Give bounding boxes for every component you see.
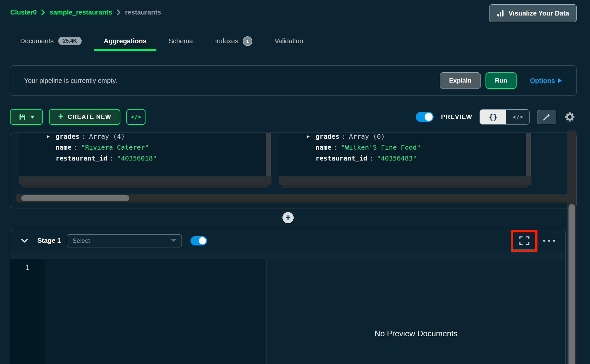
caret-right-icon — [558, 78, 562, 83]
field-value: "Riviera Caterer" — [81, 143, 149, 151]
field-colon: : — [82, 132, 86, 140]
gear-icon — [565, 112, 575, 122]
tab-aggregations[interactable]: Aggregations — [94, 32, 156, 50]
card-vertical-scrollbar[interactable] — [526, 132, 531, 176]
breadcrumb-collection: restaurants — [125, 9, 161, 16]
field-colon: : — [342, 132, 346, 140]
ai-wand-button[interactable] — [537, 110, 556, 124]
caret-down-icon — [30, 116, 35, 119]
explain-button[interactable]: Explain — [440, 72, 481, 89]
field-key: grades — [56, 132, 79, 140]
stage-header: Stage 1 Select — [10, 229, 565, 252]
field-colon: : — [110, 154, 114, 162]
tab-label: Aggregations — [104, 37, 147, 45]
braces-icon: {} — [489, 113, 497, 121]
output-view-segmented-control: {} </> — [480, 109, 530, 125]
tab-label: Documents — [20, 37, 54, 45]
expand-arrow-icon[interactable]: ▸ — [47, 133, 50, 139]
no-preview-message: No Preview Documents — [375, 329, 458, 338]
pipeline-as-text-button[interactable]: </> — [126, 109, 146, 125]
breadcrumb-cluster[interactable]: Cluster0 — [10, 9, 37, 16]
field-key: name — [56, 143, 71, 151]
line-number: 1 — [25, 264, 29, 272]
save-icon — [19, 113, 26, 121]
highlight-annotation-box — [511, 230, 537, 252]
field-value: "Wilken'S Fine Food" — [341, 143, 421, 151]
preview-toggle[interactable] — [416, 112, 434, 122]
save-pipeline-button[interactable] — [10, 109, 43, 125]
options-toggle[interactable]: Options — [530, 77, 562, 85]
document-field-row: name : "Riviera Caterer" — [19, 142, 272, 153]
collection-tabs: Documents 25.4K Aggregations Schema Inde… — [10, 32, 313, 50]
pipeline-empty-message: Your pipeline is currently empty. — [24, 77, 117, 85]
vertical-scrollbar-thumb[interactable] — [569, 204, 575, 364]
field-value: "40356018" — [117, 154, 157, 162]
indexes-count-badge: 1 — [243, 36, 252, 46]
document-field-row: restaurant_id : "40356483" — [279, 153, 531, 164]
pipeline-toolbar: + CREATE NEW </> PREVIEW {} </> — [10, 109, 577, 125]
expand-arrow-icon[interactable]: ▸ — [307, 133, 310, 139]
tab-documents[interactable]: Documents 25.4K — [10, 32, 92, 50]
tab-schema[interactable]: Schema — [159, 32, 203, 50]
create-new-button[interactable]: + CREATE NEW — [49, 109, 120, 125]
run-button[interactable]: Run — [485, 72, 517, 89]
field-value: Array (6) — [349, 132, 385, 140]
document-card-body: ▸ grades : Array (4) name : "Riviera Cat… — [19, 132, 272, 176]
documents-count-badge: 25.4K — [58, 37, 82, 45]
collapse-chevron-icon[interactable] — [21, 238, 28, 243]
document-stack-shadow — [282, 185, 528, 188]
stage-editor-top-strip — [10, 252, 565, 259]
horizontal-scrollbar[interactable] — [16, 194, 572, 202]
breadcrumb-database[interactable]: sample_restaurants — [50, 9, 112, 16]
card-vertical-scrollbar[interactable] — [266, 132, 271, 176]
chevron-right-icon — [116, 9, 121, 16]
horizontal-scrollbar-thumb[interactable] — [21, 195, 129, 201]
tab-validation[interactable]: Validation — [265, 32, 313, 50]
text-view-button[interactable]: </> — [506, 109, 529, 125]
documents-preview-panel: ▸ grades : Array (4) name : "Riviera Cat… — [10, 132, 577, 208]
document-card: ▸ grades : Array (6) name : "Wilken'S Fi… — [279, 132, 531, 188]
options-label: Options — [530, 77, 555, 85]
stage-more-options-button[interactable]: ••• — [542, 237, 557, 244]
stage-title: Stage 1 — [37, 237, 61, 244]
field-key: grades — [316, 132, 339, 140]
workspace-vertical-scrollbar[interactable] — [567, 130, 576, 364]
stage-header-actions: ••• — [511, 230, 565, 252]
pipeline-actions: Explain Run Options — [440, 72, 562, 89]
fullscreen-button[interactable] — [515, 234, 534, 248]
field-key: name — [316, 143, 331, 151]
document-view-button[interactable]: {} — [480, 109, 506, 125]
create-new-label: CREATE NEW — [68, 114, 111, 121]
field-key: restaurant_id — [316, 154, 367, 162]
visualize-your-data-button[interactable]: Visualize Your Data — [489, 4, 577, 22]
tab-indexes[interactable]: Indexes 1 — [205, 32, 262, 50]
tab-label: Indexes — [215, 37, 238, 45]
toggle-knob — [199, 237, 206, 244]
stage-enabled-toggle[interactable] — [190, 236, 207, 245]
field-value: Array (4) — [89, 132, 125, 140]
field-colon: : — [370, 154, 374, 162]
editor-line-number-gutter: 1 — [10, 259, 45, 364]
settings-button[interactable] — [564, 111, 576, 123]
tab-label: Schema — [169, 37, 193, 45]
stage-code-editor[interactable] — [45, 259, 267, 364]
chevron-right-icon — [41, 9, 45, 16]
tab-label: Validation — [274, 37, 303, 45]
stage-content: 1 No Preview Documents — [10, 259, 565, 364]
add-stage-button[interactable]: + — [282, 212, 294, 223]
stage-preview-pane: No Preview Documents — [267, 259, 565, 364]
toolbar-right-group: PREVIEW {} </> — [416, 109, 577, 125]
stage-operator-select[interactable]: Select — [67, 234, 182, 247]
document-card-footer — [279, 176, 531, 185]
toggle-knob — [425, 113, 433, 121]
document-card-footer — [19, 176, 272, 185]
bar-chart-icon — [497, 10, 504, 17]
preview-label: PREVIEW — [441, 113, 472, 121]
code-icon: </> — [131, 114, 141, 120]
code-icon: </> — [513, 114, 523, 120]
aggregations-page: Cluster0 sample_restaurants restaurants … — [0, 0, 590, 364]
document-card-body: ▸ grades : Array (6) name : "Wilken'S Fi… — [279, 132, 531, 176]
document-card: ▸ grades : Array (4) name : "Riviera Cat… — [19, 132, 272, 188]
stage-panel: Stage 1 Select — [10, 229, 566, 364]
fullscreen-icon — [519, 236, 529, 245]
